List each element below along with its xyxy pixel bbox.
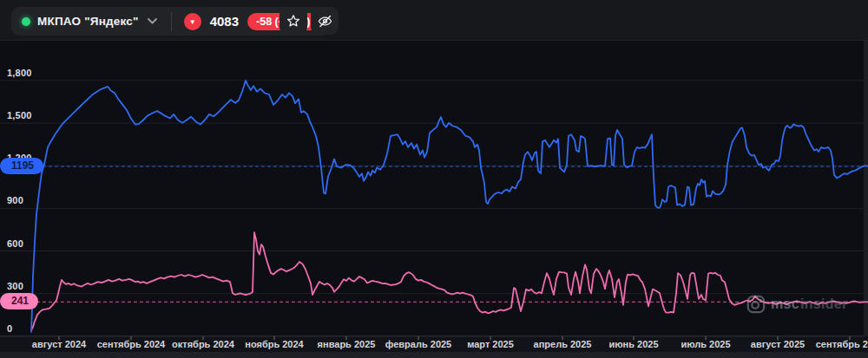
x-axis-label: ноябрь 2024 [245,339,303,349]
watermark-text-rest: insider [800,296,848,312]
y-axis-label: 1,500 [7,110,32,120]
trading-chart-app: 1,8001,5001,2009006003000 август 2024сен… [0,0,868,358]
x-axis-label: февраль 2025 [385,339,451,349]
current-value-pill-blue: 1195 [0,158,43,174]
price-chart[interactable] [0,0,868,358]
x-axis-label: август 2024 [32,339,86,349]
mscinsider-logo-icon [746,295,766,314]
current-value-pill-pink: 241 [0,293,38,309]
x-axis-label: январь 2025 [318,339,376,349]
hide-button[interactable] [311,7,339,35]
last-price: 4083 [210,14,239,29]
y-axis-label: 600 [7,238,23,249]
ticker-symbol: МКПАО "Яндекс" [37,15,139,28]
x-axis-label: сентябрь 2025 [816,339,868,349]
toolbar: МКПАО "Яндекс" ▼ 4083 -58 (-1.4%) [0,0,868,41]
price-down-icon: ▼ [184,13,201,30]
status-dot [22,17,30,26]
star-icon [286,13,301,29]
x-axis-label: апрель 2025 [534,339,592,349]
x-axis-label: октябрь 2024 [172,339,234,349]
eye-off-icon [317,13,333,29]
x-axis-label: август 2025 [751,339,805,349]
watermark: mscinsider [746,295,848,314]
x-axis-label: июнь 2025 [608,339,658,349]
favorite-button[interactable] [279,7,307,35]
chevron-down-icon[interactable] [148,18,157,24]
watermark-text-bold: msc [771,296,799,312]
x-axis-label: март 2025 [467,339,514,349]
divider [171,12,172,31]
x-axis-label: июль 2025 [681,339,730,349]
y-axis-label: 300 [7,281,23,291]
y-axis-label: 0 [7,323,12,334]
x-axis-label: сентябрь 2024 [97,339,166,349]
y-axis-label: 1,800 [7,68,32,78]
y-axis-label: 900 [7,195,23,205]
